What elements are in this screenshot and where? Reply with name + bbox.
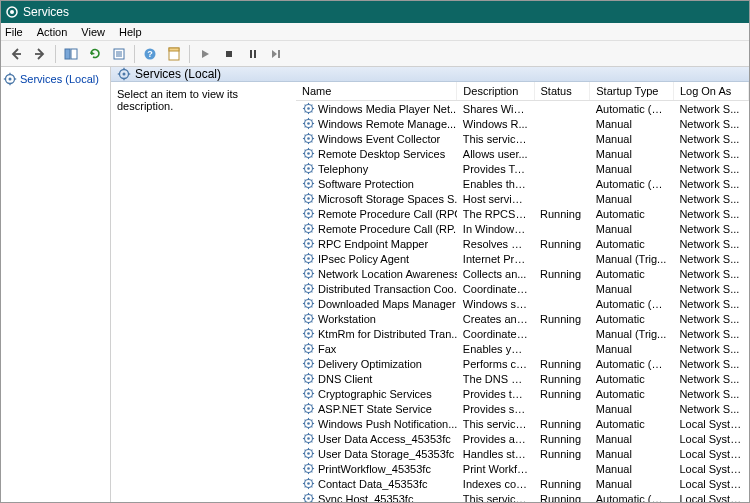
help-button[interactable]: ?	[139, 43, 161, 65]
svg-line-163	[305, 306, 306, 307]
cell-status: Running	[534, 356, 590, 371]
service-name: User Data Access_45353fc	[318, 433, 451, 445]
svg-point-156	[307, 302, 310, 305]
table-row[interactable]: WorkstationCreates and...RunningAutomati…	[296, 311, 749, 326]
column-status[interactable]: Status	[534, 82, 590, 101]
cell-startup: Manual	[590, 446, 674, 461]
table-row[interactable]: Remote Desktop ServicesAllows user...Man…	[296, 146, 749, 161]
svg-rect-3	[71, 49, 77, 59]
export-list-button[interactable]	[108, 43, 130, 65]
svg-line-264	[311, 450, 312, 451]
cell-status	[534, 131, 590, 146]
cell-logon: Network S...	[673, 281, 748, 296]
table-row[interactable]: Sync Host_45353fcThis service ...Running…	[296, 491, 749, 503]
cell-status: Running	[534, 236, 590, 251]
column-logon[interactable]: Log On As	[673, 82, 748, 101]
cell-startup: Automatic (D...	[590, 296, 674, 311]
svg-line-32	[311, 111, 312, 112]
cell-startup: Manual	[590, 431, 674, 446]
svg-line-281	[305, 480, 306, 481]
svg-point-116	[307, 242, 310, 245]
svg-line-292	[311, 501, 312, 502]
column-startup[interactable]: Startup Type	[590, 82, 674, 101]
table-row[interactable]: Windows Push Notification...This service…	[296, 416, 749, 431]
svg-line-43	[305, 126, 306, 127]
refresh-button[interactable]	[84, 43, 106, 65]
svg-line-231	[305, 405, 306, 406]
svg-point-196	[307, 362, 310, 365]
table-row[interactable]: Windows Remote Manage...Windows R...Manu…	[296, 116, 749, 131]
forward-button[interactable]	[29, 43, 51, 65]
table-row[interactable]: Remote Procedure Call (RPC)The RPCSS s..…	[296, 206, 749, 221]
svg-rect-8	[169, 48, 179, 51]
cell-logon: Network S...	[673, 176, 748, 191]
back-button[interactable]	[5, 43, 27, 65]
table-row[interactable]: User Data Access_45353fcProvides ap...Ru…	[296, 431, 749, 446]
gear-icon	[302, 357, 315, 370]
nav-item-services-local[interactable]: Services (Local)	[3, 71, 108, 87]
cell-startup: Manual	[590, 161, 674, 176]
cell-startup: Automatic (D...	[590, 491, 674, 503]
service-name: Windows Media Player Net...	[318, 103, 457, 115]
show-hide-tree-button[interactable]	[60, 43, 82, 65]
table-row[interactable]: Cryptographic ServicesProvides thr...Run…	[296, 386, 749, 401]
table-row[interactable]: DNS ClientThe DNS Cli...RunningAutomatic…	[296, 371, 749, 386]
menu-file[interactable]: File	[5, 26, 23, 38]
table-row[interactable]: Downloaded Maps ManagerWindows se...Auto…	[296, 296, 749, 311]
svg-point-266	[307, 467, 310, 470]
table-row[interactable]: Windows Event CollectorThis service ...M…	[296, 131, 749, 146]
stop-service-button[interactable]	[218, 43, 240, 65]
table-row[interactable]: Distributed Transaction Coo...Coordinate…	[296, 281, 749, 296]
svg-rect-2	[65, 49, 70, 59]
gear-icon	[302, 417, 315, 430]
column-name[interactable]: Name	[296, 82, 457, 101]
start-service-button[interactable]	[194, 43, 216, 65]
cell-startup: Automatic	[590, 206, 674, 221]
table-row[interactable]: Windows Media Player Net...Shares Win...…	[296, 101, 749, 117]
table-row[interactable]: FaxEnables you...ManualNetwork S...	[296, 341, 749, 356]
svg-line-164	[311, 300, 312, 301]
svg-point-36	[307, 122, 310, 125]
svg-text:?: ?	[147, 49, 153, 59]
svg-line-134	[311, 255, 312, 256]
table-row[interactable]: Microsoft Storage Spaces S...Host servic…	[296, 191, 749, 206]
table-row[interactable]: Network Location AwarenessCollects an...…	[296, 266, 749, 281]
properties-button[interactable]	[163, 43, 185, 65]
svg-line-223	[305, 396, 306, 397]
table-row[interactable]: IPsec Policy AgentInternet Pro...Manual …	[296, 251, 749, 266]
menu-view[interactable]: View	[81, 26, 105, 38]
menu-action[interactable]: Action	[37, 26, 68, 38]
svg-line-181	[305, 330, 306, 331]
svg-line-213	[305, 381, 306, 382]
cell-logon: Network S...	[673, 191, 748, 206]
cell-logon: Local Syste...	[673, 461, 748, 476]
table-row[interactable]: Software ProtectionEnables the ...Automa…	[296, 176, 749, 191]
service-name: RPC Endpoint Mapper	[318, 238, 428, 250]
service-name: Fax	[318, 343, 336, 355]
column-description[interactable]: Description	[457, 82, 534, 101]
table-row[interactable]: KtmRm for Distributed Tran...Coordinates…	[296, 326, 749, 341]
table-row[interactable]: Contact Data_45353fcIndexes con...Runnin…	[296, 476, 749, 491]
pause-service-button[interactable]	[242, 43, 264, 65]
table-row[interactable]: Delivery OptimizationPerforms co...Runni…	[296, 356, 749, 371]
restart-service-button[interactable]	[266, 43, 288, 65]
cell-name: RPC Endpoint Mapper	[296, 236, 457, 251]
nav-item-label: Services (Local)	[20, 73, 99, 85]
cell-description: Performs co...	[457, 356, 534, 371]
menu-help[interactable]: Help	[119, 26, 142, 38]
cell-startup: Automatic	[590, 416, 674, 431]
table-row[interactable]: RPC Endpoint MapperResolves RP...Running…	[296, 236, 749, 251]
table-row[interactable]: Remote Procedure Call (RP...In Windows..…	[296, 221, 749, 236]
cell-logon: Network S...	[673, 161, 748, 176]
table-row[interactable]: PrintWorkflow_45353fcPrint Workfl...Manu…	[296, 461, 749, 476]
table-row[interactable]: ASP.NET State ServiceProvides su...Manua…	[296, 401, 749, 416]
cell-name: User Data Storage_45353fc	[296, 446, 457, 461]
table-row[interactable]: TelephonyProvides Tel...ManualNetwork S.…	[296, 161, 749, 176]
service-name: DNS Client	[318, 373, 372, 385]
cell-logon: Local Syste...	[673, 446, 748, 461]
svg-line-183	[305, 336, 306, 337]
cell-name: Contact Data_45353fc	[296, 476, 457, 491]
table-row[interactable]: User Data Storage_45353fcHandles sto...R…	[296, 446, 749, 461]
service-list[interactable]: Name Description Status Startup Type Log…	[296, 82, 749, 503]
svg-line-92	[311, 201, 312, 202]
